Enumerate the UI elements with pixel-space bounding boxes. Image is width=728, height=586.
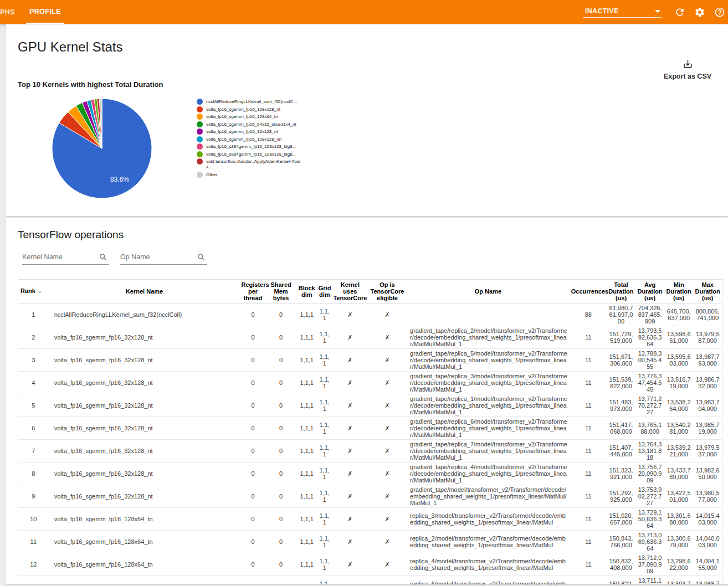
page-title: GPU Kernel Stats — [18, 24, 716, 55]
cell-registers-per-thread: 0 — [240, 508, 265, 531]
op-name-filter-input[interactable] — [120, 251, 207, 265]
cell-kernel-name: volta_fp16_sgemm_fp16_32x128_nt — [49, 349, 240, 372]
cell-total-duration: 151,729,519,000 — [607, 326, 635, 349]
cell-kernel-uses-tensorcore: ✗ — [332, 485, 368, 508]
legend-item[interactable]: volta_fp16_s884gemm_fp16_128x128_ldg8… — [197, 151, 305, 157]
cell-shared-mem-bytes: 0 — [266, 531, 296, 553]
cell-rank: 8 — [18, 462, 49, 485]
cell-occurrences: 11 — [570, 326, 607, 349]
table-row: 9volta_fp16_sgemm_fp16_32x128_nt001,1,11… — [18, 485, 722, 508]
pie-chart[interactable]: 83.6% — [51, 97, 153, 199]
table-row: 7volta_fp16_sgemm_fp16_32x128_nt001,1,11… — [18, 440, 722, 462]
cell-grid-dim: 1,1,1 — [317, 349, 332, 372]
col-header-shared-mem-bytes[interactable]: Shared Mem bytes — [266, 280, 296, 304]
cell-occurrences: 11 — [570, 576, 607, 585]
legend-item[interactable]: Other — [197, 172, 305, 178]
cell-op-tensorcore-eligible: ✗ — [368, 576, 406, 585]
download-icon — [683, 59, 693, 69]
cell-avg-duration: 704,326,837,465.909 — [635, 304, 664, 326]
legend-item[interactable]: void tensorflow::functor::ApplyAdamKerne… — [197, 158, 305, 170]
settings-gear-icon[interactable] — [694, 6, 706, 18]
cell-occurrences: 88 — [570, 304, 607, 326]
cell-op-tensorcore-eligible: ✗ — [368, 304, 406, 326]
topbar-actions: INACTIVE — [583, 0, 726, 24]
cell-grid-dim: 1,1,1 — [317, 440, 332, 462]
cell-max-duration: 13,985,719,000 — [693, 417, 722, 440]
legend-item[interactable]: volta_fp16_sgemm_fp16_32x128_nt — [197, 128, 305, 135]
legend-item[interactable]: ncclAllReduceRingLLKernel_sum_f32(ncclC… — [197, 99, 305, 105]
cell-kernel-uses-tensorcore: ✗ — [332, 553, 368, 576]
chevron-down-icon — [655, 10, 660, 13]
legend-label: void tensorflow::functor::ApplyAdamKerne… — [206, 158, 305, 170]
col-header-rank[interactable]: Rank▲ — [18, 280, 49, 304]
col-header-kernel-name[interactable]: Kernel Name — [49, 280, 240, 304]
chart-heading: Top 10 Kernels with highest Total Durati… — [18, 80, 716, 89]
col-header-kernel-uses-tensorcore[interactable]: Kernel uses TensorCore — [332, 280, 368, 304]
col-header-block-dim[interactable]: Block dim — [296, 280, 317, 304]
cell-max-duration: 800,806,741,000 — [693, 304, 722, 326]
cell-op-tensorcore-eligible: ✗ — [368, 417, 406, 440]
cell-rank: 9 — [18, 485, 49, 508]
cell-max-duration: 13,980,577,000 — [693, 485, 722, 508]
col-header-min-duration[interactable]: Min Duration (us) — [664, 280, 693, 304]
col-header-max-duration[interactable]: Max Duration (us) — [693, 280, 722, 304]
col-header-avg-duration[interactable]: Avg Duration (us) — [635, 280, 664, 304]
cell-avg-duration: 13,711,102,363.636 — [635, 576, 664, 585]
kernel-name-filter-input[interactable] — [22, 251, 109, 265]
tab-graphs-partial[interactable]: PHS — [0, 0, 18, 24]
col-header-grid-dim[interactable]: Grid dim — [317, 280, 332, 304]
pie-chart-area: 83.6% ncclAllReduceRingLLKernel_sum_f32(… — [18, 97, 716, 199]
legend-swatch — [197, 136, 203, 142]
legend-label: volta_fp16_sgemm_fp16_128x128_nn — [206, 136, 281, 142]
cell-block-dim: 1,1,1 — [296, 553, 317, 576]
legend-item[interactable]: volta_fp16_sgemm_fp16_128x128_nt — [197, 106, 305, 112]
cell-op-tensorcore-eligible: ✗ — [368, 553, 406, 576]
refresh-icon[interactable] — [674, 6, 686, 18]
cell-occurrences: 11 — [570, 508, 607, 531]
cell-op-name: replica_3/model/transformer_v2/Transform… — [406, 508, 570, 531]
legend-label: volta_fp16_sgemm_fp16_128x128_nt — [206, 106, 280, 112]
cell-total-duration: 151,323,921,000 — [607, 462, 635, 485]
cell-shared-mem-bytes: 0 — [266, 576, 296, 585]
col-header-op-tensorcore-eligible[interactable]: Op is TensorCore eligible — [368, 280, 406, 304]
cell-occurrences: 11 — [570, 349, 607, 372]
export-csv-button[interactable]: Export as CSV — [657, 59, 718, 80]
cell-min-duration: 13,301,680,000 — [664, 508, 693, 531]
cell-occurrences: 11 — [570, 531, 607, 553]
legend-item[interactable]: volta_fp16_sgemm_fp16_128x64_tn — [197, 114, 305, 120]
cell-op-tensorcore-eligible: ✗ — [368, 372, 406, 394]
cell-registers-per-thread: 0 — [240, 417, 265, 440]
cell-max-duration: 13,987,793,000 — [693, 349, 722, 372]
col-header-op-name[interactable]: Op Name — [406, 280, 570, 304]
cell-total-duration: 151,671,306,000 — [607, 349, 635, 372]
cell-op-tensorcore-eligible: ✗ — [368, 531, 406, 553]
col-header-total-duration[interactable]: Total Duration (us) — [607, 280, 635, 304]
cell-occurrences: 11 — [570, 394, 607, 417]
legend-item[interactable]: volta_fp16_s884gemm_fp16_128x128_ldg8… — [197, 143, 305, 150]
table-row: 8volta_fp16_sgemm_fp16_32x128_nt001,1,11… — [18, 462, 722, 485]
cell-max-duration: 13,979,537,000 — [693, 440, 722, 462]
cell-op-name: replica_6/model/transformer_v2/Transform… — [406, 576, 570, 585]
cell-kernel-uses-tensorcore: ✗ — [332, 394, 368, 417]
chart-legend: ncclAllReduceRingLLKernel_sum_f32(ncclC…… — [197, 99, 305, 199]
cell-grid-dim: 1,1,1 — [317, 304, 332, 326]
cell-max-duration: 14,015,403,000 — [693, 508, 722, 531]
run-selector-dropdown[interactable]: INACTIVE — [583, 6, 662, 18]
col-header-registers-per-thread[interactable]: Registers per thread — [240, 280, 265, 304]
tab-profile[interactable]: PROFILE — [26, 0, 64, 24]
cell-rank: 11 — [18, 531, 49, 553]
legend-item[interactable]: volta_fp16_sgemm_fp16_64x32_sliced1x4_nt — [197, 121, 305, 127]
cell-occurrences: 11 — [570, 440, 607, 462]
col-header-occurrences[interactable]: Occurrences — [570, 280, 607, 304]
cell-min-duration: 13,540,281,000 — [664, 417, 693, 440]
cell-kernel-name: volta_fp16_sgemm_fp16_32x128_nt — [49, 440, 240, 462]
table-row: 10volta_fp16_sgemm_fp16_128x64_tn001,1,1… — [18, 508, 722, 531]
table-row: 5volta_fp16_sgemm_fp16_32x128_nt001,1,11… — [18, 394, 722, 417]
help-icon[interactable] — [714, 6, 726, 18]
sort-ascending-icon: ▲ — [38, 289, 42, 294]
legend-label: volta_fp16_s884gemm_fp16_128x128_ldg8… — [206, 151, 297, 157]
cell-avg-duration: 13,793,592,636.364 — [635, 326, 664, 349]
table-row: 3volta_fp16_sgemm_fp16_32x128_nt001,1,11… — [18, 349, 722, 372]
legend-item[interactable]: volta_fp16_sgemm_fp16_128x128_nn — [197, 136, 305, 142]
cell-op-tensorcore-eligible: ✗ — [368, 485, 406, 508]
